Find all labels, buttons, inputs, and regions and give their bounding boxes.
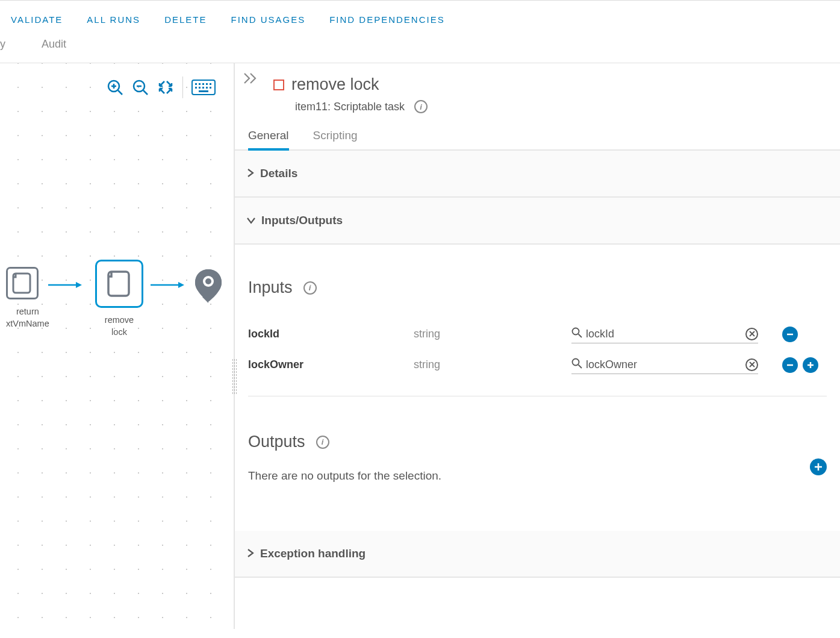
input-value-field[interactable] (571, 325, 758, 343)
svg-rect-15 (202, 87, 204, 89)
add-output-button[interactable] (810, 458, 827, 475)
input-name: lockId (248, 328, 414, 340)
svg-point-22 (205, 278, 211, 284)
action-toolbar: VALIDATE ALL RUNS DELETE FIND USAGES FIN… (0, 4, 840, 36)
tab-scripting[interactable]: Scripting (313, 129, 358, 149)
svg-rect-12 (210, 83, 211, 85)
resize-handle[interactable] (232, 358, 237, 395)
input-value[interactable] (586, 358, 745, 371)
properties-panel: remove lock item11: Scriptable task i Ge… (235, 63, 840, 629)
svg-rect-13 (195, 87, 197, 89)
panel-tabs: General Scripting (235, 113, 840, 151)
collapse-panel-icon[interactable] (243, 73, 258, 84)
panel-title: remove lock (291, 75, 379, 94)
input-type: string (414, 328, 571, 340)
chevron-down-icon (247, 216, 255, 226)
script-icon (104, 269, 134, 299)
canvas-toolbar (107, 77, 216, 98)
validate-button[interactable]: VALIDATE (11, 14, 63, 25)
search-icon (571, 327, 582, 340)
input-value[interactable] (586, 328, 745, 340)
svg-point-26 (573, 359, 579, 366)
svg-line-24 (579, 334, 582, 338)
workflow-canvas[interactable]: return xtVmName remove lock (0, 63, 235, 629)
task-type-icon (273, 80, 284, 90)
clear-icon[interactable] (745, 358, 758, 371)
svg-line-27 (579, 365, 582, 369)
accordion-label: Exception handling (260, 547, 366, 560)
svg-rect-8 (195, 83, 197, 85)
remove-input-button[interactable] (782, 357, 798, 373)
all-runs-button[interactable]: ALL RUNS (87, 14, 140, 25)
canvas-node-remove-lock-selected[interactable]: remove lock (95, 260, 143, 339)
plus-icon (806, 361, 815, 369)
subtab-truncated[interactable]: y (0, 38, 5, 51)
chevron-right-icon (247, 169, 254, 179)
node-label: remove lock (95, 314, 143, 339)
flow-arrow-icon (48, 281, 84, 289)
svg-point-23 (573, 328, 579, 335)
zoom-out-icon[interactable] (132, 79, 149, 96)
svg-rect-10 (202, 83, 204, 85)
accordion-details[interactable]: Details (235, 151, 840, 198)
svg-rect-17 (210, 87, 211, 89)
panel-subtitle: item11: Scriptable task (295, 101, 405, 113)
outputs-heading: Outputs (248, 433, 305, 451)
input-name: lockOwner (248, 358, 414, 371)
node-label: return xtVmName (6, 305, 49, 330)
info-icon[interactable]: i (316, 436, 329, 449)
find-dependencies-button[interactable]: FIND DEPENDENCIES (329, 14, 445, 25)
sub-tabs: y Audit (0, 36, 840, 63)
remove-input-button[interactable] (782, 327, 798, 342)
keyboard-icon[interactable] (191, 80, 216, 95)
clear-icon[interactable] (745, 328, 758, 340)
plus-icon (814, 462, 823, 472)
input-row: lockId string (248, 319, 827, 349)
fit-screen-icon[interactable] (157, 79, 174, 96)
input-value-field[interactable] (571, 355, 758, 374)
flow-arrow-icon (151, 281, 187, 289)
input-row: lockOwner string (248, 349, 827, 380)
accordion-inputs-outputs[interactable]: Inputs/Outputs (235, 198, 840, 245)
svg-rect-16 (206, 87, 208, 89)
info-icon[interactable]: i (414, 100, 428, 113)
accordion-label: Inputs/Outputs (261, 214, 343, 227)
svg-rect-18 (199, 90, 208, 92)
canvas-grid (0, 63, 234, 629)
subtab-audit[interactable]: Audit (42, 38, 66, 51)
add-input-button[interactable] (803, 357, 818, 373)
minus-icon (786, 330, 794, 339)
inputs-heading: Inputs (248, 278, 293, 297)
svg-rect-14 (199, 87, 201, 89)
svg-line-5 (143, 90, 148, 95)
zoom-in-icon[interactable] (107, 79, 123, 96)
accordion-exception-handling[interactable]: Exception handling (235, 531, 840, 578)
svg-rect-9 (199, 83, 201, 85)
chevron-right-icon (247, 549, 254, 559)
input-type: string (414, 358, 571, 371)
accordion-label: Details (260, 167, 297, 180)
find-usages-button[interactable]: FIND USAGES (231, 14, 305, 25)
search-icon (571, 358, 582, 371)
svg-rect-11 (206, 83, 208, 85)
minus-icon (786, 361, 794, 369)
tab-general[interactable]: General (248, 129, 289, 151)
outputs-empty-text: There are no outputs for the selection. (248, 469, 441, 483)
script-icon (11, 272, 34, 295)
canvas-end-node[interactable] (193, 268, 224, 307)
delete-button[interactable]: DELETE (164, 14, 207, 25)
info-icon[interactable]: i (303, 281, 317, 295)
end-marker-icon (193, 268, 224, 304)
canvas-node-return[interactable]: return xtVmName (6, 267, 49, 330)
svg-line-1 (118, 90, 122, 95)
